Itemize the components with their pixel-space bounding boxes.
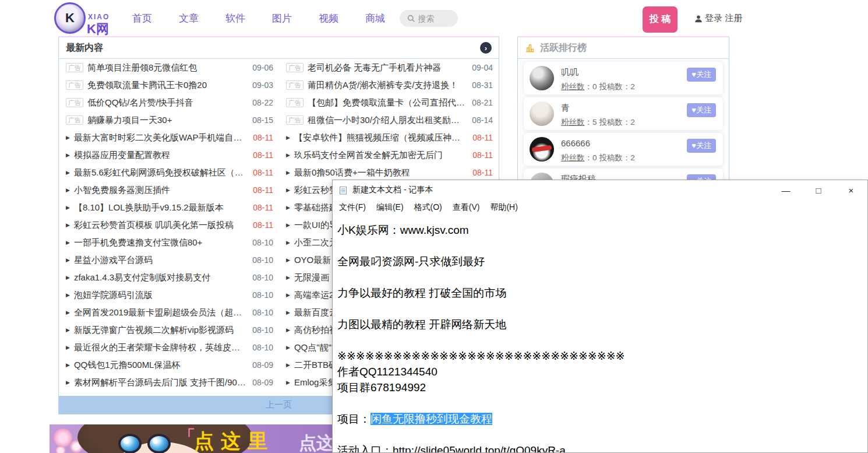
bullet-arrow-icon: ▶ — [66, 275, 70, 280]
nav-link-3[interactable]: 软件 — [225, 12, 245, 25]
minimize-button[interactable]: — — [770, 180, 802, 200]
menu-item-5[interactable]: 帮助(H) — [485, 202, 523, 213]
item-title: 【8.10】LOL换肤助手v9.15.2最新版本 — [74, 202, 248, 213]
bullet-arrow-icon: ▶ — [66, 327, 70, 333]
anime-girl-eye — [118, 434, 142, 453]
item-title: 素材网解析平台源码去后门版 支持千图/90… — [74, 377, 248, 388]
item-date: 08-10 — [252, 255, 273, 265]
menu-item-2[interactable]: 编辑(E) — [371, 202, 409, 213]
list-item[interactable]: ▶最新0撸50话费+一箱牛奶教程08-11 — [284, 164, 495, 181]
user-name[interactable]: 666666 — [561, 138, 590, 148]
user-name[interactable]: 青 — [561, 103, 570, 114]
posts-label: 投稿数 — [599, 118, 623, 127]
main-nav: 首页文章软件图片视频商城 — [132, 0, 385, 36]
item-title: 免费领取流量卡腾讯王卡0撸20 — [87, 80, 248, 91]
list-item[interactable]: 广告莆田精仿A货/潮衣潮裤专卖/支持退换！08-31 — [284, 76, 495, 94]
item-date: 08-10 — [252, 273, 273, 282]
list-item[interactable]: ▶【8.10】LOL换肤助手v9.15.2最新版本08-11 — [63, 199, 276, 216]
notepad-text-area[interactable]: 小K娱乐网：www.kjsv.com 全网最叼资源网-只求做到最好 力争以最好的… — [333, 215, 867, 452]
item-title: 星益小游戏平台源码 — [74, 255, 248, 266]
item-date: 08-10 — [252, 343, 273, 352]
follow-button[interactable]: ♥关注 — [687, 103, 716, 117]
search-input[interactable] — [417, 13, 451, 24]
posts-value: ：2 — [623, 82, 635, 91]
follow-button[interactable]: ♥关注 — [687, 68, 716, 82]
text-line — [337, 301, 867, 317]
item-title: 彩虹云秒赞首页模板 叽叽美化第一版投稿 — [74, 220, 248, 231]
item-title: 玖乐码支付全网首发全解无加密无后门 — [294, 150, 468, 161]
item-date: 08-11 — [472, 133, 493, 142]
fans-label: 粉丝数 — [561, 118, 585, 127]
text-prefix: 项目： — [337, 413, 371, 425]
anime-boy-avatar-icon[interactable] — [530, 101, 554, 126]
ranking-user-card: 666666粉丝数：0 投稿数：2♥关注 — [524, 133, 723, 166]
window-title: 新建文本文档 - 记事本 — [352, 185, 433, 195]
bullet-arrow-icon: ▶ — [286, 187, 290, 193]
list-item[interactable]: ▶彩虹云秒赞首页模板 叽叽美化第一版投稿08-11 — [63, 216, 276, 234]
bullet-arrow-icon: ▶ — [66, 257, 70, 263]
list-item[interactable]: ▶全网首发2019最新卡盟刷超级会员法（超…08-10 — [63, 304, 276, 321]
item-date: 08-09 — [252, 360, 273, 370]
list-item[interactable]: ▶小智免费服务器测压插件08-11 — [63, 181, 276, 199]
list-item[interactable]: ▶泡妞学院源码引流版08-10 — [63, 286, 276, 304]
item-title: 【包邮】免费领取流量卡（公司直招代… — [308, 97, 467, 108]
list-item[interactable]: ▶模拟器应用变量配置教程08-11 — [63, 146, 276, 164]
menu-item-4[interactable]: 查看(V) — [447, 202, 485, 213]
list-item[interactable]: ▶玖乐码支付全网首发全解无加密无后门08-11 — [284, 146, 495, 164]
bullet-arrow-icon: ▶ — [66, 152, 70, 158]
nav-link-2[interactable]: 文章 — [179, 12, 199, 25]
list-item[interactable]: ▶zfaka1.4.3易支付定制版对接易支付08-10 — [63, 269, 276, 286]
nav-link-5[interactable]: 视频 — [319, 12, 338, 25]
list-item[interactable]: 广告低价QQ钻/名片赞/快手抖音08-22 — [63, 94, 276, 111]
list-item[interactable]: ▶一部手机免费速撸支付宝微信80+08-10 — [63, 234, 276, 251]
menu-item-1[interactable]: 文件(F) — [334, 202, 371, 213]
list-item[interactable]: ▶最新5.6彩虹代刷网源码免授权破解社区（…08-11 — [63, 164, 276, 181]
bullet-arrow-icon: ▶ — [66, 170, 70, 175]
maximize-button[interactable]: □ — [802, 180, 835, 200]
list-item[interactable]: ▶最近很火的王者荣耀卡金牌特权，英雄皮…08-10 — [63, 339, 276, 356]
login-register-link[interactable]: 登录 注册 — [694, 13, 742, 24]
posts-label: 投稿数 — [599, 82, 623, 91]
nav-link-1[interactable]: 首页 — [132, 12, 152, 25]
photo-bw-avatar-icon[interactable] — [530, 66, 554, 90]
item-date: 09-03 — [252, 80, 273, 90]
list-item[interactable]: 广告躺赚暴力项目一天30+08-15 — [63, 111, 276, 129]
nav-link-6[interactable]: 商城 — [365, 12, 385, 25]
item-date: 08-22 — [252, 98, 273, 107]
ad-badge-icon: 广告 — [286, 98, 304, 107]
selected-text: 闲鱼无限撸秒到现金教程 — [371, 413, 492, 425]
logo-avatar-icon: K — [54, 2, 86, 34]
bullet-arrow-icon: ▶ — [66, 362, 70, 368]
latest-content-header: 最新内容 › — [59, 37, 499, 59]
list-item[interactable]: ▶新版无弹窗广告视频二次解析vip影视源码08-10 — [63, 321, 276, 339]
item-title: 老司机必备 无毒无广手机看片神器 — [308, 62, 467, 73]
list-item[interactable]: ▶QQ钱包1元撸500ML保温杯08-09 — [63, 356, 276, 374]
list-item[interactable]: 广告免费领取流量卡腾讯王卡0撸2009-03 — [63, 76, 276, 94]
list-item[interactable]: 广告简单项目注册领8元微信红包09-06 — [63, 59, 276, 76]
chevron-right-icon[interactable]: › — [480, 42, 492, 54]
submit-post-button[interactable]: 投 稿 — [643, 6, 678, 33]
text-line — [337, 238, 867, 254]
qq-penguin-avatar-icon[interactable] — [530, 137, 554, 161]
item-date: 08-11 — [253, 185, 273, 195]
list-item[interactable]: 广告老司机必备 无毒无广手机看片神器09-04 — [284, 59, 495, 76]
follow-button[interactable]: ♥关注 — [687, 139, 716, 153]
ad-badge-icon: 广告 — [66, 80, 83, 90]
search-box[interactable] — [400, 10, 458, 27]
bullet-arrow-icon: ▶ — [286, 327, 290, 333]
site-logo[interactable]: K XIAO K网 — [54, 1, 130, 35]
nav-link-4[interactable]: 图片 — [272, 12, 292, 25]
list-item[interactable]: ▶素材网解析平台源码去后门版 支持千图/90…08-09 — [63, 374, 276, 391]
notepad-titlebar[interactable]: 新建文本文档 - 记事本 — □ × — [333, 180, 867, 200]
menu-item-3[interactable]: 格式(O) — [409, 202, 447, 213]
desktop: K XIAO K网 首页文章软件图片视频商城 投 稿 登录 注册 最新内容 › — [0, 0, 868, 453]
list-item[interactable]: 广告租微信一小时30/介绍人朋友出租奖励…08-14 — [284, 111, 495, 129]
list-item[interactable]: ▶【安卓软件】熊猫视频压缩（视频减压神…08-11 — [284, 129, 495, 146]
close-button[interactable]: × — [835, 180, 867, 200]
item-title: 租微信一小时30/介绍人朋友出租奖励… — [308, 115, 467, 126]
list-item[interactable]: 广告【包邮】免费领取流量卡（公司直招代…08-21 — [284, 94, 495, 111]
list-item[interactable]: ▶最新大富时时彩二次美化版WAP手机端自…08-11 — [63, 129, 276, 146]
user-name[interactable]: 叽叽 — [561, 67, 578, 78]
bullet-arrow-icon: ▶ — [286, 275, 290, 280]
list-item[interactable]: ▶星益小游戏平台源码08-10 — [63, 251, 276, 269]
